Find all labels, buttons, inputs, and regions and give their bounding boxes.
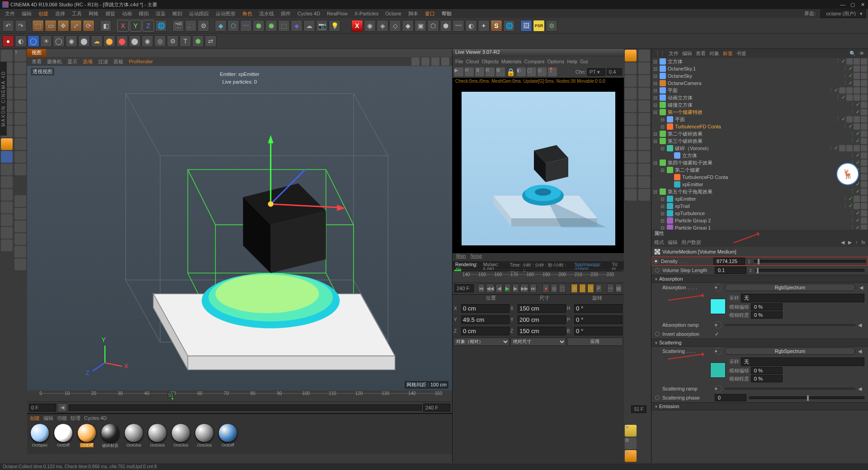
lv-pin-button[interactable]: 📍 bbox=[548, 67, 557, 76]
mat-tab-tex[interactable]: 纹理 bbox=[71, 415, 80, 422]
scat-ramp-link-icon[interactable]: ▸ bbox=[715, 385, 722, 392]
abs-ramp-clear-icon[interactable]: ◀ bbox=[858, 322, 864, 328]
scat-clear-icon[interactable]: ◀ bbox=[858, 348, 864, 354]
lv-menu-help[interactable]: Help bbox=[567, 59, 578, 64]
material-item[interactable]: OctGlos bbox=[146, 424, 168, 452]
material-item[interactable]: OctDiff bbox=[76, 424, 98, 452]
preset-button[interactable]: 🖼 bbox=[520, 20, 532, 32]
menu-script[interactable]: 脚本 bbox=[406, 10, 421, 17]
om-tab-tags[interactable]: 标签 bbox=[723, 50, 733, 57]
menu-tools[interactable]: 工具 bbox=[69, 10, 85, 17]
density-radio[interactable] bbox=[654, 259, 658, 263]
menu-file[interactable]: 文件 bbox=[2, 10, 18, 17]
scat-bluroffset-input[interactable]: 0 % bbox=[751, 367, 783, 374]
prev-key-button[interactable]: ◀◀ bbox=[486, 284, 494, 293]
lv-menu-objects[interactable]: Objects bbox=[481, 59, 498, 64]
abs-ramp-link-icon[interactable]: ▸ bbox=[715, 321, 722, 329]
absorption-section-header[interactable]: Absorption bbox=[651, 275, 868, 283]
coord-size-input[interactable] bbox=[518, 304, 566, 313]
xp-cache-button[interactable]: ▣ bbox=[415, 20, 426, 32]
density-slider[interactable] bbox=[754, 260, 866, 263]
vmenu-view[interactable]: 查看 bbox=[30, 58, 43, 65]
invert-radio[interactable] bbox=[655, 332, 660, 336]
object-row[interactable]: 立方体⋮✓ bbox=[651, 152, 868, 159]
sp1-7[interactable] bbox=[625, 126, 637, 137]
coord-rot-input[interactable] bbox=[574, 304, 623, 313]
vp-nav3-icon[interactable] bbox=[431, 57, 439, 66]
object-row[interactable]: ⊟OctaneCamera⋮✓ bbox=[651, 80, 868, 87]
redo-button[interactable]: ↷ bbox=[15, 20, 27, 32]
object-row[interactable]: ⊟xpTurbulence⋮✓ bbox=[651, 210, 868, 217]
perspective-viewport[interactable]: 透视视图 Emitter: xpEmitter Live particles: … bbox=[27, 66, 452, 390]
sp1-2[interactable] bbox=[625, 62, 637, 74]
sp1-flag[interactable]: ⚑ bbox=[625, 425, 637, 437]
move-tool-button[interactable]: ✥ bbox=[57, 20, 69, 32]
play-button[interactable]: ▶ bbox=[504, 284, 511, 293]
lv-pause-button[interactable]: ⏸ bbox=[475, 67, 484, 76]
coord-pos-input[interactable] bbox=[461, 304, 509, 313]
close-button[interactable]: ✕ bbox=[859, 2, 866, 8]
autokey-button[interactable]: ◎ bbox=[551, 284, 557, 293]
snap-button[interactable] bbox=[1, 202, 13, 213]
keysel-button[interactable]: ⬚ bbox=[559, 284, 566, 293]
menu-xparticles[interactable]: X-Particles bbox=[352, 11, 381, 16]
object-row[interactable]: ⊟第三个破碎效果⋮✓ bbox=[651, 137, 868, 145]
sp2-12[interactable] bbox=[638, 189, 650, 201]
axis-z-button[interactable]: Z bbox=[142, 20, 154, 32]
coords-apply-button[interactable]: 应用 bbox=[567, 338, 623, 346]
menu-help[interactable]: 帮助 bbox=[439, 10, 454, 17]
orb2-button[interactable]: ◯ bbox=[28, 35, 39, 47]
scat-sample-select[interactable]: 无 bbox=[741, 357, 864, 366]
environment-button[interactable]: ☁ bbox=[303, 20, 315, 32]
om-tab-edit[interactable]: 编辑 bbox=[682, 50, 692, 57]
attr-nav-fwd-icon[interactable]: ▶ bbox=[848, 240, 852, 245]
record-button[interactable]: ● bbox=[2, 35, 14, 47]
coord-rot-input[interactable] bbox=[574, 315, 623, 324]
primitive-button[interactable]: ⬡ bbox=[227, 20, 239, 32]
sp1-4[interactable] bbox=[625, 88, 637, 99]
abs-ramp-button[interactable] bbox=[725, 324, 855, 326]
next-key-button[interactable]: ▶▶ bbox=[520, 284, 528, 293]
object-row[interactable]: ⊟第五个粒子拖尾效果⋮✓ bbox=[651, 188, 868, 195]
scat-phase-slider[interactable] bbox=[749, 396, 864, 399]
menu-sim[interactable]: 模拟 bbox=[136, 10, 151, 17]
light-button[interactable]: 💡 bbox=[329, 20, 340, 32]
xp-logo-button[interactable]: X bbox=[351, 20, 363, 32]
gen2-button[interactable]: ⬢ bbox=[192, 35, 204, 47]
uvpoly-mode-button[interactable] bbox=[1, 176, 13, 188]
curve3-button[interactable] bbox=[14, 100, 26, 112]
lv-menu-cloud[interactable]: Cloud bbox=[466, 59, 479, 64]
lv-render-output[interactable] bbox=[453, 85, 624, 253]
gold-orb-button[interactable]: ⬤ bbox=[104, 35, 115, 47]
xp-system-button[interactable]: S bbox=[491, 20, 502, 32]
sp1-11[interactable] bbox=[625, 176, 637, 188]
sp1-5[interactable] bbox=[625, 100, 637, 112]
orb3-button[interactable]: ◯ bbox=[53, 35, 65, 47]
prev-frame-button[interactable]: ◀ bbox=[495, 284, 502, 293]
pos-key-button[interactable]: ✥ bbox=[571, 284, 578, 293]
step-slider[interactable] bbox=[755, 269, 864, 272]
absorption-link-icon[interactable]: ▸ bbox=[715, 284, 722, 291]
run-gear-button[interactable]: ⚙ bbox=[546, 20, 557, 32]
om-tab-file[interactable]: 文件 bbox=[669, 50, 679, 57]
object-row[interactable]: ⊟xpEmitter⋮✓ bbox=[651, 195, 868, 202]
mat-tab-create[interactable]: 创建 bbox=[30, 415, 40, 422]
record-key-button[interactable]: ● bbox=[542, 284, 549, 293]
object-row[interactable]: ⊟第二个破碎效果⋮✓ bbox=[651, 130, 868, 137]
menu-select[interactable]: 选择 bbox=[52, 10, 68, 17]
object-mode-button[interactable] bbox=[1, 138, 13, 150]
null-button[interactable]: ◆ bbox=[215, 20, 226, 32]
lv-start-button[interactable]: ▶ bbox=[454, 67, 463, 76]
vmenu-filter[interactable]: 过滤 bbox=[96, 58, 110, 65]
model-mode-button[interactable] bbox=[1, 50, 13, 61]
anim-mode-button[interactable] bbox=[1, 151, 13, 163]
xp-globe-button[interactable]: 🌐 bbox=[503, 20, 515, 32]
mat-tab-func[interactable]: 功能 bbox=[57, 415, 67, 422]
select-rect-button[interactable]: ▭ bbox=[45, 20, 57, 32]
planar-button[interactable] bbox=[1, 240, 13, 251]
vp-nav4-icon[interactable] bbox=[441, 57, 449, 66]
sp2-11[interactable] bbox=[638, 176, 650, 188]
lock-workplane-button[interactable] bbox=[1, 227, 13, 239]
object-row[interactable]: ⊟第四个烟雾粒子效果⋮✓ bbox=[651, 159, 868, 166]
xp-gen-button[interactable]: ◈ bbox=[377, 20, 388, 32]
